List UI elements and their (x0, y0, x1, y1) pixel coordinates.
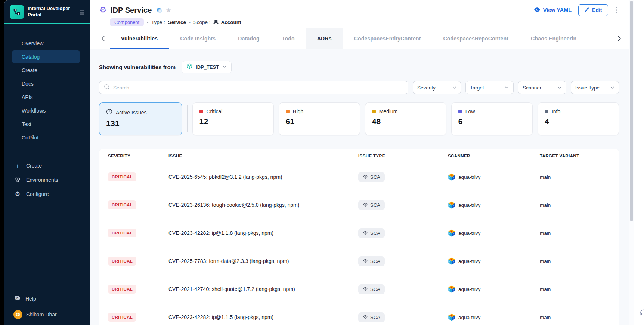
tab-adrs[interactable]: ADRs (306, 28, 343, 49)
nav-label: Test (22, 121, 31, 127)
tab-code-insights[interactable]: Code Insights (169, 28, 227, 49)
stat-value: 4 (545, 117, 612, 126)
plus-icon: + (14, 163, 21, 169)
stat-label: Active Issues (116, 110, 146, 116)
apps-grid-icon[interactable] (78, 9, 85, 15)
sidebar: Internal Developer Portal Overview Catal… (4, 0, 90, 325)
tab-vulnerabilities[interactable]: Vulnerabilities (110, 28, 169, 49)
fingerprint-icon (363, 315, 368, 320)
stat-label: Medium (379, 108, 398, 114)
chevron-down-icon (610, 85, 614, 90)
tabs-scroll-left-icon[interactable] (96, 28, 110, 49)
tab-todo[interactable]: Todo (271, 28, 306, 49)
layers-icon (213, 19, 219, 25)
page-title: IDP Service (111, 6, 152, 15)
table-row[interactable]: CRITICAL CVE-2023-42282: ip@1.1.5 (lang-… (99, 303, 619, 325)
sidebar-divider (10, 285, 84, 285)
trivy-logo-icon (448, 257, 455, 265)
star-icon[interactable]: ★ (166, 7, 171, 13)
severity-badge: CRITICAL (108, 257, 136, 266)
tab-datadog[interactable]: Datadog (227, 28, 270, 49)
scanner-name: aqua-trivy (458, 174, 480, 180)
issue-type-chip: SCA (358, 200, 385, 210)
stat-card-critical[interactable]: Critical 12 (192, 102, 274, 135)
search-input[interactable] (113, 85, 403, 91)
sidebar-item-overview[interactable]: Overview (12, 37, 80, 50)
sidebar-item-test[interactable]: Test (12, 118, 80, 131)
tab-codespaces-repo-content[interactable]: CodespacesRepoContent (432, 28, 520, 49)
sidebar-item-apis[interactable]: APIs (12, 91, 80, 104)
sidebar-logo-row: Internal Developer Portal (4, 0, 90, 20)
user-menu[interactable]: SD Shibam Dhar (4, 310, 90, 325)
help-button[interactable]: ? Help (4, 290, 90, 304)
scanner-cell: aqua-trivy (448, 229, 540, 237)
more-menu-icon[interactable] (615, 6, 619, 15)
table-row[interactable]: CRITICAL CVE-2025-6545: pbkdf2@3.1.2 (la… (99, 163, 619, 191)
right-edge-panel (634, 0, 644, 325)
avatar: SD (13, 310, 22, 319)
sidebar-item-workflows[interactable]: Workflows (12, 104, 80, 117)
table-row[interactable]: CRITICAL CVE-2025-7783: form-data@2.3.3 … (99, 247, 619, 275)
scrollbar-track[interactable] (629, 0, 634, 325)
severity-badge: CRITICAL (108, 229, 136, 237)
stat-value: 12 (199, 117, 267, 126)
stat-card-info[interactable]: Info 4 (538, 102, 619, 135)
tab-chaos-engineering[interactable]: Chaos Engineerin (520, 28, 588, 49)
nav-label: CoPilot (22, 135, 38, 141)
stat-card-low[interactable]: Low 6 (451, 102, 533, 135)
tabs-scroll-right-icon[interactable] (612, 28, 626, 49)
chevron-down-icon (557, 85, 562, 90)
issue-type-label: SCA (370, 315, 380, 320)
severity-dot-low (458, 110, 462, 113)
stat-label: Low (465, 108, 475, 114)
filter-scanner[interactable]: Scanner (518, 81, 566, 94)
scanner-name: aqua-trivy (458, 286, 480, 292)
scrollbar-thumb[interactable] (630, 1, 633, 221)
pencil-icon (584, 7, 589, 13)
copy-icon[interactable] (157, 7, 162, 13)
table-row[interactable]: CRITICAL CVE-2021-42740: shell-quote@1.7… (99, 275, 619, 303)
trivy-logo-icon (448, 229, 455, 237)
table-row[interactable]: CRITICAL CVE-2023-42282: ip@1.1.8 (lang-… (99, 219, 619, 247)
sidebar-item-docs[interactable]: Docs (12, 77, 80, 90)
support-headset-icon[interactable] (639, 309, 644, 318)
issue-title: CVE-2023-42282: ip@1.1.5 (lang-pkgs, npm… (168, 314, 358, 320)
help-label: Help (25, 296, 36, 302)
target-variant: main (540, 230, 619, 236)
tab-codespaces-entity-content[interactable]: CodespacesEntityContent (343, 28, 432, 49)
sidebar-item-catalog[interactable]: Catalog (12, 50, 80, 63)
table-row[interactable]: CRITICAL CVE-2023-26136: tough-cookie@2.… (99, 191, 619, 219)
vulnerabilities-panel: Showing vulnerabilities from IDP_TEST (90, 49, 629, 325)
edit-button[interactable]: Edit (578, 4, 608, 16)
filter-issue-type[interactable]: Issue Type (571, 81, 619, 94)
action-label: Configure (26, 191, 49, 197)
severity-dot-info (545, 110, 548, 113)
severity-dot-medium (372, 110, 376, 113)
cube-icon (186, 63, 192, 71)
separator-dot (147, 19, 148, 25)
stat-card-active-issues[interactable]: Active Issues 131 (99, 102, 182, 135)
fingerprint-icon (363, 258, 368, 264)
issue-type-chip: SCA (358, 284, 385, 294)
stat-card-high[interactable]: High 61 (279, 102, 360, 135)
filter-target[interactable]: Target (465, 81, 514, 94)
sidebar-action-configure[interactable]: ⚙ Configure (4, 187, 90, 201)
sidebar-item-copilot[interactable]: CoPilot (12, 131, 80, 144)
stat-value: 6 (458, 117, 526, 126)
component-badge[interactable]: Component (110, 18, 144, 26)
issue-title: CVE-2021-42740: shell-quote@1.7.2 (lang-… (168, 286, 358, 292)
scanner-cell: aqua-trivy (448, 201, 540, 209)
sidebar-bottom: ? Help SD Shibam Dhar (4, 285, 90, 325)
sidebar-action-create[interactable]: + Create (4, 159, 90, 173)
view-yaml-button[interactable]: View YAML (534, 7, 572, 13)
project-selector[interactable]: IDP_TEST (182, 61, 232, 73)
scanner-cell: aqua-trivy (448, 257, 540, 265)
filter-severity[interactable]: Severity (413, 81, 461, 94)
stat-card-medium[interactable]: Medium 48 (365, 102, 446, 135)
fingerprint-icon (363, 202, 368, 208)
sidebar-item-create[interactable]: Create (12, 64, 80, 77)
trivy-logo-icon (448, 201, 455, 209)
sidebar-action-environments[interactable]: Environments (4, 173, 90, 187)
entity-header: ⚙ IDP Service ★ (90, 0, 629, 28)
type-label: Type : (151, 19, 165, 25)
